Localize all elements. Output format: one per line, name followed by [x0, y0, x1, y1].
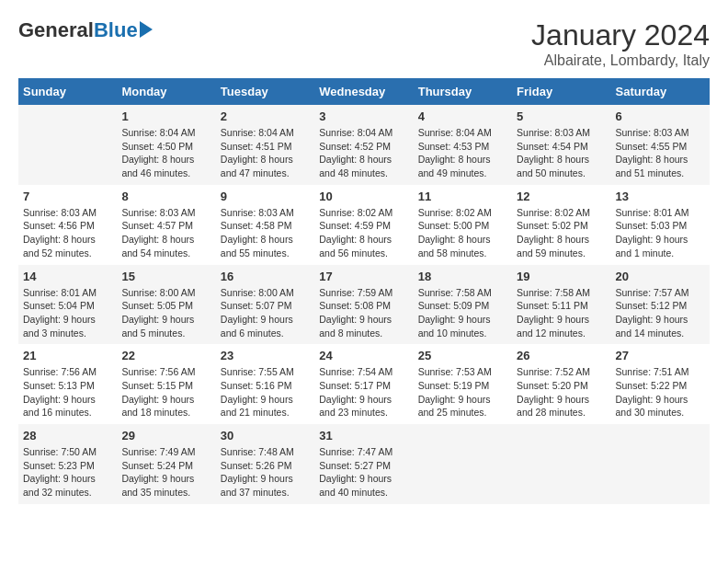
- day-info: Sunrise: 7:50 AMSunset: 5:23 PMDaylight:…: [23, 445, 112, 500]
- day-number: 6: [616, 109, 705, 123]
- week-row-3: 14Sunrise: 8:01 AMSunset: 5:04 PMDayligh…: [18, 265, 710, 345]
- calendar-cell: 16Sunrise: 8:00 AMSunset: 5:07 PMDayligh…: [216, 265, 314, 345]
- calendar-cell: 3Sunrise: 8:04 AMSunset: 4:52 PMDaylight…: [314, 105, 413, 185]
- calendar-cell: 18Sunrise: 7:58 AMSunset: 5:09 PMDayligh…: [414, 265, 512, 345]
- day-info: Sunrise: 7:52 AMSunset: 5:20 PMDaylight:…: [517, 365, 606, 419]
- day-number: 2: [221, 109, 310, 123]
- day-info: Sunrise: 8:04 AMSunset: 4:51 PMDaylight:…: [221, 126, 310, 180]
- logo-blue-text: Blue: [94, 18, 138, 42]
- day-number: 9: [221, 190, 310, 203]
- week-row-1: 1Sunrise: 8:04 AMSunset: 4:50 PMDaylight…: [18, 105, 710, 185]
- calendar-cell: 4Sunrise: 8:04 AMSunset: 4:53 PMDaylight…: [414, 105, 512, 185]
- day-info: Sunrise: 7:57 AMSunset: 5:12 PMDaylight:…: [616, 286, 705, 340]
- day-info: Sunrise: 8:04 AMSunset: 4:53 PMDaylight:…: [418, 126, 507, 180]
- header-sunday: Sunday: [18, 78, 117, 105]
- calendar-cell: [18, 105, 117, 185]
- calendar-cell: 19Sunrise: 7:58 AMSunset: 5:11 PMDayligh…: [512, 265, 610, 345]
- day-number: 12: [517, 190, 606, 203]
- week-row-5: 28Sunrise: 7:50 AMSunset: 5:23 PMDayligh…: [18, 424, 710, 504]
- day-number: 25: [418, 349, 507, 362]
- calendar-cell: 10Sunrise: 8:02 AMSunset: 4:59 PMDayligh…: [314, 185, 413, 265]
- day-info: Sunrise: 8:03 AMSunset: 4:57 PMDaylight:…: [121, 206, 210, 260]
- day-info: Sunrise: 7:55 AMSunset: 5:16 PMDaylight:…: [221, 365, 310, 419]
- day-info: Sunrise: 8:03 AMSunset: 4:54 PMDaylight:…: [517, 126, 606, 180]
- calendar-cell: 24Sunrise: 7:54 AMSunset: 5:17 PMDayligh…: [314, 344, 413, 424]
- logo: General Blue: [18, 18, 153, 42]
- calendar-cell: 27Sunrise: 7:51 AMSunset: 5:22 PMDayligh…: [611, 344, 710, 424]
- calendar-cell: 23Sunrise: 7:55 AMSunset: 5:16 PMDayligh…: [216, 344, 314, 424]
- calendar-cell: 2Sunrise: 8:04 AMSunset: 4:51 PMDaylight…: [216, 105, 314, 185]
- title-block: January 2024 Albairate, Lombardy, Italy: [531, 18, 710, 69]
- day-info: Sunrise: 7:51 AMSunset: 5:22 PMDaylight:…: [616, 365, 705, 419]
- day-number: 24: [319, 349, 408, 362]
- calendar-cell: [414, 424, 512, 504]
- day-number: 1: [121, 109, 210, 123]
- day-number: 16: [221, 270, 310, 283]
- calendar-cell: 20Sunrise: 7:57 AMSunset: 5:12 PMDayligh…: [611, 265, 710, 345]
- header-friday: Friday: [512, 78, 610, 105]
- day-info: Sunrise: 8:04 AMSunset: 4:50 PMDaylight:…: [121, 126, 210, 180]
- day-info: Sunrise: 8:03 AMSunset: 4:58 PMDaylight:…: [221, 206, 310, 260]
- day-number: 5: [517, 109, 606, 123]
- calendar-cell: 1Sunrise: 8:04 AMSunset: 4:50 PMDaylight…: [117, 105, 215, 185]
- day-number: 30: [221, 429, 310, 442]
- day-number: 26: [517, 349, 606, 362]
- day-number: 21: [23, 349, 112, 362]
- calendar-cell: 9Sunrise: 8:03 AMSunset: 4:58 PMDaylight…: [216, 185, 314, 265]
- day-info: Sunrise: 8:03 AMSunset: 4:55 PMDaylight:…: [616, 126, 705, 180]
- day-info: Sunrise: 7:58 AMSunset: 5:09 PMDaylight:…: [418, 286, 507, 340]
- day-info: Sunrise: 8:02 AMSunset: 5:00 PMDaylight:…: [418, 206, 507, 260]
- calendar-cell: 15Sunrise: 8:00 AMSunset: 5:05 PMDayligh…: [117, 265, 215, 345]
- day-info: Sunrise: 7:56 AMSunset: 5:13 PMDaylight:…: [23, 365, 112, 419]
- calendar-cell: 30Sunrise: 7:48 AMSunset: 5:26 PMDayligh…: [216, 424, 314, 504]
- header-monday: Monday: [117, 78, 215, 105]
- week-row-2: 7Sunrise: 8:03 AMSunset: 4:56 PMDaylight…: [18, 185, 710, 265]
- day-info: Sunrise: 8:00 AMSunset: 5:07 PMDaylight:…: [221, 286, 310, 340]
- calendar-cell: 26Sunrise: 7:52 AMSunset: 5:20 PMDayligh…: [512, 344, 610, 424]
- day-number: 23: [221, 349, 310, 362]
- day-info: Sunrise: 8:03 AMSunset: 4:56 PMDaylight:…: [23, 206, 112, 260]
- day-info: Sunrise: 7:48 AMSunset: 5:26 PMDaylight:…: [221, 445, 310, 500]
- day-number: 15: [121, 270, 210, 283]
- day-number: 18: [418, 270, 507, 283]
- calendar-cell: 21Sunrise: 7:56 AMSunset: 5:13 PMDayligh…: [18, 344, 117, 424]
- day-info: Sunrise: 7:47 AMSunset: 5:27 PMDaylight:…: [319, 445, 408, 500]
- calendar-cell: [512, 424, 610, 504]
- day-info: Sunrise: 7:58 AMSunset: 5:11 PMDaylight:…: [517, 286, 606, 340]
- calendar-cell: 17Sunrise: 7:59 AMSunset: 5:08 PMDayligh…: [314, 265, 413, 345]
- header-wednesday: Wednesday: [314, 78, 413, 105]
- calendar-cell: 12Sunrise: 8:02 AMSunset: 5:02 PMDayligh…: [512, 185, 610, 265]
- header-thursday: Thursday: [414, 78, 512, 105]
- calendar-header: SundayMondayTuesdayWednesdayThursdayFrid…: [18, 78, 710, 105]
- calendar-table: SundayMondayTuesdayWednesdayThursdayFrid…: [18, 78, 710, 504]
- day-info: Sunrise: 8:02 AMSunset: 4:59 PMDaylight:…: [319, 206, 408, 260]
- calendar-cell: 25Sunrise: 7:53 AMSunset: 5:19 PMDayligh…: [414, 344, 512, 424]
- day-info: Sunrise: 7:54 AMSunset: 5:17 PMDaylight:…: [319, 365, 408, 419]
- calendar-cell: 8Sunrise: 8:03 AMSunset: 4:57 PMDaylight…: [117, 185, 215, 265]
- day-info: Sunrise: 7:49 AMSunset: 5:24 PMDaylight:…: [121, 445, 210, 500]
- day-info: Sunrise: 7:53 AMSunset: 5:19 PMDaylight:…: [418, 365, 507, 419]
- header-saturday: Saturday: [611, 78, 710, 105]
- day-number: 4: [418, 109, 507, 123]
- calendar-cell: 13Sunrise: 8:01 AMSunset: 5:03 PMDayligh…: [611, 185, 710, 265]
- calendar-subtitle: Albairate, Lombardy, Italy: [531, 52, 710, 69]
- day-number: 10: [319, 190, 408, 203]
- calendar-cell: 7Sunrise: 8:03 AMSunset: 4:56 PMDaylight…: [18, 185, 117, 265]
- calendar-cell: 14Sunrise: 8:01 AMSunset: 5:04 PMDayligh…: [18, 265, 117, 345]
- day-number: 17: [319, 270, 408, 283]
- day-info: Sunrise: 7:56 AMSunset: 5:15 PMDaylight:…: [121, 365, 210, 419]
- calendar-cell: 22Sunrise: 7:56 AMSunset: 5:15 PMDayligh…: [117, 344, 215, 424]
- logo-general-text: General: [18, 18, 94, 42]
- day-number: 31: [319, 429, 408, 442]
- header-tuesday: Tuesday: [216, 78, 314, 105]
- calendar-cell: 5Sunrise: 8:03 AMSunset: 4:54 PMDaylight…: [512, 105, 610, 185]
- calendar-cell: [611, 424, 710, 504]
- calendar-cell: 31Sunrise: 7:47 AMSunset: 5:27 PMDayligh…: [314, 424, 413, 504]
- day-number: 11: [418, 190, 507, 203]
- logo-arrow-icon: [140, 21, 153, 38]
- day-number: 28: [23, 429, 112, 442]
- week-row-4: 21Sunrise: 7:56 AMSunset: 5:13 PMDayligh…: [18, 344, 710, 424]
- day-number: 29: [121, 429, 210, 442]
- day-number: 14: [23, 270, 112, 283]
- calendar-title: January 2024: [531, 18, 710, 52]
